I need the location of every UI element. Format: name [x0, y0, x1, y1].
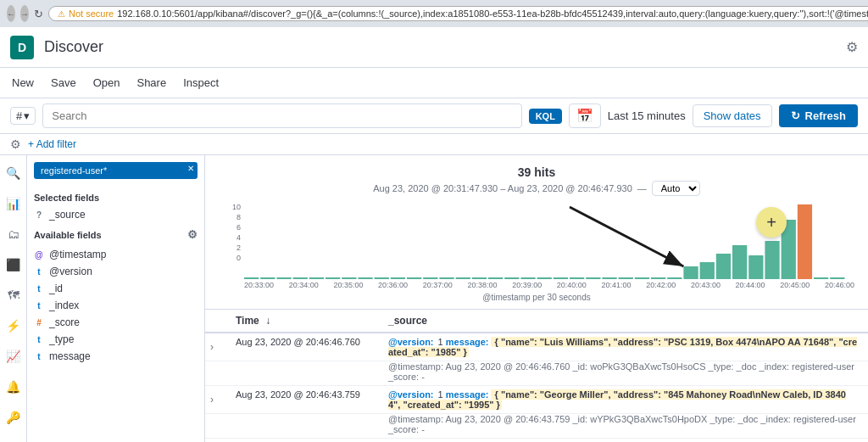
add-filter-button[interactable]: + Add filter — [28, 138, 76, 150]
field-name: _type — [49, 333, 74, 345]
source-col-header: _source — [378, 310, 868, 333]
settings-button[interactable]: ⚙ — [846, 39, 858, 55]
source-cell: @version: 1 message: { "name": "Hannah H… — [378, 439, 868, 443]
svg-rect-7 — [358, 277, 372, 279]
source-field-name: _source — [49, 209, 86, 221]
svg-rect-2 — [276, 277, 291, 279]
svg-rect-11 — [423, 277, 437, 279]
kibana-logo: D — [10, 36, 34, 59]
field-type-badge: t — [34, 267, 44, 277]
field-type-badge: @ — [34, 250, 44, 260]
second-row-cell: @timestamp: Aug 23, 2020 @ 20:46:43.759 … — [378, 414, 868, 439]
field-item[interactable]: tmessage — [27, 348, 204, 365]
browser-bar: ← → ↻ ⚠ Not secure 192.168.0.10:5601/app… — [0, 0, 868, 27]
hits-label: hits — [534, 165, 555, 179]
table-row: › Aug 23, 2020 @ 20:46:46.760 @version: … — [205, 333, 868, 361]
field-item[interactable]: t@version — [27, 263, 204, 280]
dashboard-icon[interactable]: 🗂 — [3, 223, 25, 245]
visualize-icon[interactable]: 📊 — [3, 193, 25, 215]
refresh-button[interactable]: ↻ Refresh — [779, 104, 858, 127]
time-range-label: Last 15 minutes — [608, 109, 686, 122]
table-row-secondary: @timestamp: Aug 23, 2020 @ 20:46:46.760 … — [205, 361, 868, 386]
time-cell: Aug 23, 2020 @ 20:46:43.759 — [225, 386, 378, 414]
expand-button[interactable]: › — [205, 386, 225, 414]
new-annotation-button[interactable]: + — [756, 207, 787, 238]
show-dates-button[interactable]: Show dates — [693, 104, 772, 127]
nav-new[interactable]: New — [10, 76, 36, 89]
available-fields-header: Available fields ⚙ — [27, 223, 204, 246]
field-name: message — [49, 350, 91, 362]
svg-rect-6 — [342, 277, 356, 279]
svg-rect-22 — [602, 277, 616, 279]
svg-rect-15 — [488, 277, 503, 279]
field-item[interactable]: t_id — [27, 280, 204, 297]
interval-select[interactable]: Auto — [652, 181, 700, 196]
expand-button[interactable]: › — [205, 333, 225, 361]
svg-rect-27 — [683, 266, 698, 279]
source-field-item[interactable]: ? _source — [27, 206, 204, 223]
management-icon[interactable]: 🔑 — [3, 406, 25, 428]
field-name: _index — [49, 299, 79, 311]
discover-icon[interactable]: 🔍 — [3, 162, 25, 184]
ml-icon[interactable]: ⚡ — [3, 315, 25, 337]
field-type-badge: t — [34, 301, 44, 311]
svg-rect-24 — [635, 277, 649, 279]
field-type-badge: t — [34, 352, 44, 361]
graph-icon[interactable]: 📈 — [3, 345, 25, 367]
field-name: _score — [49, 316, 80, 328]
table-body: › Aug 23, 2020 @ 20:46:46.760 @version: … — [205, 333, 868, 442]
index-pattern-badge[interactable]: registered-user* ✕ — [34, 162, 198, 179]
time-cell: Aug 23, 2020 @ 20:46:46.760 — [225, 333, 378, 361]
svg-rect-9 — [391, 277, 405, 279]
back-button[interactable]: ← — [7, 5, 15, 22]
svg-rect-14 — [472, 277, 487, 279]
svg-rect-28 — [700, 262, 715, 279]
svg-rect-20 — [570, 277, 584, 279]
time-col-header[interactable]: Time ↓ — [225, 310, 378, 333]
svg-rect-5 — [326, 277, 340, 279]
main-layout: 🔍 📊 🗂 ⬛ 🗺 ⚡ 📈 🔔 🔑 🛠 ⚙ registered-user* ✕… — [0, 155, 868, 442]
close-index-icon[interactable]: ✕ — [187, 164, 194, 173]
kql-badge[interactable]: KQL — [529, 109, 562, 124]
second-row-cell: @timestamp: Aug 23, 2020 @ 20:46:46.760 … — [378, 361, 868, 386]
maps-icon[interactable]: 🗺 — [3, 284, 25, 306]
field-type-badge: t — [34, 335, 44, 344]
svg-rect-10 — [407, 277, 421, 279]
svg-rect-21 — [586, 277, 600, 279]
field-item[interactable]: #_score — [27, 314, 204, 331]
chart-date-range: Aug 23, 2020 @ 20:31:47.930 – Aug 23, 20… — [219, 181, 854, 196]
fields-settings-icon[interactable]: ⚙ — [187, 228, 198, 241]
nav-save[interactable]: Save — [49, 76, 78, 89]
table-row-secondary: @timestamp: Aug 23, 2020 @ 20:46:43.759 … — [205, 414, 868, 439]
svg-rect-34 — [798, 204, 812, 279]
field-item[interactable]: t_type — [27, 331, 204, 348]
filter-row: ⚙ + Add filter — [0, 134, 868, 155]
calendar-button[interactable]: 📅 — [569, 104, 601, 128]
svg-rect-23 — [619, 277, 633, 279]
reload-button[interactable]: ↻ — [34, 5, 43, 22]
forward-button[interactable]: → — [20, 5, 29, 22]
field-name: @timestamp — [49, 249, 107, 260]
expand-button[interactable]: › — [205, 439, 225, 443]
field-item[interactable]: @@timestamp — [27, 246, 204, 263]
security-icon: ⚠ — [58, 9, 65, 19]
nav-share[interactable]: Share — [135, 76, 168, 89]
svg-rect-8 — [375, 277, 389, 279]
source-cell: @version: 1 message: { "name": "Luis Wil… — [378, 333, 868, 361]
sidebar: registered-user* ✕ Selected fields ? _so… — [27, 155, 205, 442]
canvas-icon[interactable]: ⬛ — [3, 254, 25, 276]
monitoring-icon[interactable]: 🔔 — [3, 376, 25, 398]
chart-x-axis: 20:33:00 20:34:00 20:35:00 20:36:00 20:3… — [244, 279, 854, 291]
url-text: 192.168.0.10:5601/app/kibana#/discover?_… — [117, 8, 868, 19]
dev-tools-icon[interactable]: 🛠 — [3, 437, 25, 442]
nav-open[interactable]: Open — [92, 76, 122, 89]
svg-rect-19 — [554, 277, 568, 279]
search-input[interactable] — [42, 104, 521, 128]
content-area: 39 hits Aug 23, 2020 @ 20:31:47.930 – Au… — [205, 155, 868, 442]
svg-rect-29 — [716, 254, 731, 279]
time-cell: Aug 23, 2020 @ 20:46:40.758 — [225, 439, 378, 443]
filter-settings-button[interactable]: ⚙ — [10, 137, 21, 151]
field-type-selector[interactable]: # ▾ — [10, 107, 36, 125]
field-item[interactable]: t_index — [27, 297, 204, 314]
nav-inspect[interactable]: Inspect — [181, 76, 220, 89]
